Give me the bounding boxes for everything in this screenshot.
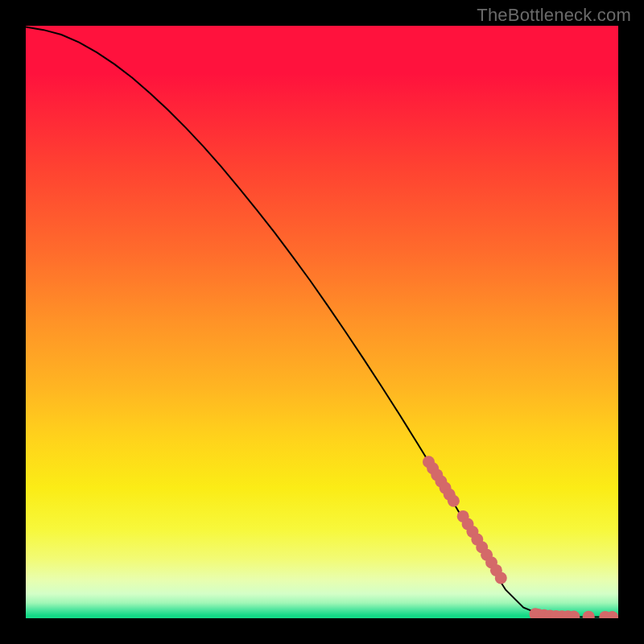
curve-layer bbox=[26, 26, 618, 618]
attribution-text: TheBottleneck.com bbox=[477, 5, 631, 26]
data-point bbox=[495, 572, 507, 584]
data-point bbox=[583, 611, 595, 618]
data-point bbox=[448, 495, 460, 507]
bottleneck-curve bbox=[26, 27, 618, 617]
plot-area bbox=[26, 26, 618, 618]
chart-container: { "attribution": "TheBottleneck.com", "c… bbox=[0, 0, 644, 644]
